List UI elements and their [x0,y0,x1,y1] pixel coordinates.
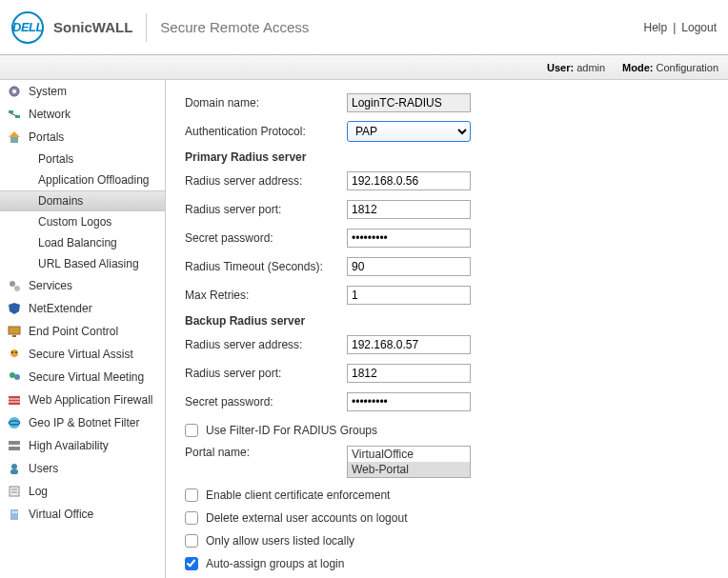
svg-rect-28 [10,509,18,520]
sidebar-item-portals[interactable]: Portals [0,126,165,149]
mode-info: Mode: Configuration [622,62,718,73]
house-icon [6,130,23,144]
backup-addr-label: Radius server address: [185,338,347,351]
retries-input[interactable] [347,286,471,305]
sidebar-item-label: NetExtender [29,302,92,315]
svg-rect-24 [10,469,18,474]
sub-header: User: admin Mode: Configuration [0,55,728,80]
sidebar-item-virtual-office[interactable]: Virtual Office [0,503,165,526]
svg-point-15 [14,374,20,380]
sidebar-item-virtual-meeting[interactable]: Secure Virtual Meeting [0,366,165,389]
sidebar-item-virtual-assist[interactable]: Secure Virtual Assist [0,343,165,366]
only-local-label: Only allow users listed locally [206,534,354,548]
network-icon [6,108,23,121]
help-link[interactable]: Help [643,21,667,34]
gear-icon [6,85,23,98]
user-info: User: admin [547,62,605,73]
svg-point-19 [9,417,20,429]
sidebar-item-log[interactable]: Log [0,480,165,503]
svg-rect-6 [10,137,18,143]
sidebar-item-waf[interactable]: Web Application Firewall [0,389,165,411]
sidebar-item-label: Secure Virtual Meeting [29,370,144,384]
svg-rect-16 [9,396,20,405]
svg-point-7 [10,281,15,287]
svg-rect-29 [12,511,14,513]
divider-pipe: | [673,21,676,34]
filter-id-checkbox[interactable] [185,424,198,437]
sidebar-item-system[interactable]: System [0,80,165,103]
sidebar-item-label: Virtual Office [29,508,93,521]
svg-point-11 [10,349,18,357]
user-label: User: [547,62,574,73]
sidebar: System Network Portals Portals Applicati… [0,80,166,578]
primary-port-label: Radius server port: [185,203,347,216]
logo-group: DELL SonicWALL [11,11,132,44]
sidebar-item-label: Log [29,485,48,498]
portal-option-1[interactable]: VirtualOffice [348,447,470,462]
portal-option-2[interactable]: Web-Portal [348,462,470,477]
sidebar-item-geoip[interactable]: Geo IP & Botnet Filter [0,411,165,434]
sidebar-item-label: Secure Virtual Assist [29,348,133,361]
svg-point-8 [14,286,20,291]
sidebar-item-netextender[interactable]: NetExtender [0,297,165,320]
sidebar-item-label: Services [29,279,72,292]
svg-point-12 [11,351,13,353]
primary-addr-label: Radius server address: [185,174,347,188]
backup-addr-input[interactable] [347,335,471,354]
primary-radius-header: Primary Radius server [185,150,713,164]
svg-marker-5 [9,131,20,137]
svg-rect-2 [9,110,13,113]
mode-value: Configuration [657,62,718,73]
sidebar-item-users[interactable]: Users [0,457,165,480]
auth-protocol-select[interactable]: PAP [347,121,471,142]
sidebar-sub-load-balancing[interactable]: Load Balancing [0,232,165,253]
portal-name-list[interactable]: VirtualOffice Web-Portal [347,446,471,478]
sidebar-sub-app-offloading[interactable]: Application Offloading [0,169,165,190]
content-area: System Network Portals Portals Applicati… [0,80,728,578]
sidebar-sub-portals[interactable]: Portals [0,149,165,169]
sidebar-item-network[interactable]: Network [0,103,165,126]
delete-external-label: Delete external user accounts on logout [206,511,407,525]
svg-rect-10 [12,335,16,337]
sidebar-item-services[interactable]: Services [0,274,165,297]
client-cert-label: Enable client certificate enforcement [206,488,390,502]
product-title: Secure Remote Access [160,19,309,35]
sidebar-sub-custom-logos[interactable]: Custom Logos [0,211,165,232]
only-local-checkbox[interactable] [185,534,198,548]
sidebar-item-endpoint[interactable]: End Point Control [0,320,165,343]
svg-point-13 [15,351,17,353]
svg-rect-25 [10,487,19,496]
auto-assign-checkbox[interactable] [185,557,198,570]
sidebar-item-label: End Point Control [29,325,118,338]
header-links: Help | Logout [643,21,717,34]
main-panel: Domain name: Authentication Protocol: PA… [166,80,728,578]
mode-label: Mode: [622,62,653,73]
client-cert-checkbox[interactable] [185,488,198,502]
sidebar-item-label: Geo IP & Botnet Filter [29,416,140,429]
sidebar-item-label: Users [29,462,58,475]
timeout-input[interactable] [347,257,471,276]
domain-name-input[interactable] [347,93,471,112]
backup-secret-input[interactable] [347,392,471,411]
sidebar-item-ha[interactable]: High Availability [0,434,165,457]
brand-text: SonicWALL [53,19,132,35]
retries-label: Max Retries: [185,289,347,302]
sidebar-item-label: Portals [29,130,64,144]
svg-point-23 [11,464,17,469]
user-icon [6,462,23,475]
gears-icon [6,279,23,292]
auto-assign-label: Auto-assign groups at login [206,557,344,570]
headset-icon [6,348,23,361]
shield-icon [6,302,23,315]
primary-addr-input[interactable] [347,171,471,190]
primary-port-input[interactable] [347,200,471,219]
logout-link[interactable]: Logout [681,21,717,34]
delete-external-checkbox[interactable] [185,511,198,525]
sidebar-sub-domains[interactable]: Domains [0,190,165,211]
sidebar-item-label: High Availability [29,439,109,452]
backup-port-input[interactable] [347,364,471,383]
sidebar-sub-url-aliasing[interactable]: URL Based Aliasing [0,253,165,274]
svg-rect-21 [9,441,20,445]
primary-secret-input[interactable] [347,229,471,248]
backup-port-label: Radius server port: [185,367,347,380]
